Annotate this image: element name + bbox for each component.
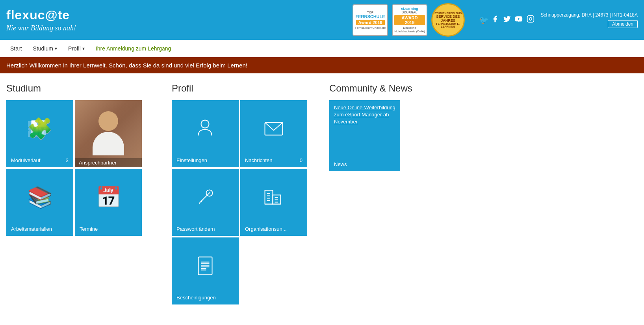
user-info: Schnupperzugang, DHA | 24673 | INT1-0418… — [541, 12, 638, 18]
modulverlauf-icon: 🧩 — [27, 117, 53, 141]
nachrichten-count: 0 — [300, 157, 303, 163]
svg-line-16 — [201, 200, 202, 202]
welcome-banner: Herzlich Willkommen in Ihrer Lernwelt. S… — [0, 57, 644, 73]
award-elearning: eLearning JOURNAL AWARD 2019 Deutsche Ho… — [392, 4, 427, 36]
organisation-label: Organisationsun... — [245, 226, 287, 232]
einstellungen-icon — [195, 118, 216, 140]
studium-section: Studium — [6, 83, 156, 236]
studium-tile-grid: 🧩 Modulverlauf 3 Ansprechpartner — [6, 100, 156, 236]
page-header: flexuc@te Nie war Bildung so nah! TOP FE… — [0, 0, 644, 40]
nachrichten-icon — [263, 118, 285, 140]
facebook-icon[interactable]: 🐦 — [479, 15, 499, 25]
svg-rect-1 — [527, 16, 534, 22]
einstellungen-label: Einstellungen — [176, 157, 207, 163]
studium-title: Studium — [6, 83, 156, 94]
tile-passwort[interactable]: Passwort ändern — [172, 169, 239, 236]
termine-label: Termine — [80, 226, 98, 232]
tile-modulverlauf[interactable]: 🧩 Modulverlauf 3 — [6, 100, 73, 167]
nav-studium[interactable]: Studium — [29, 41, 61, 56]
news-tile[interactable]: Neue Online-Weiterbildung zum eSport Man… — [329, 100, 400, 171]
profil-section: Profil Einstellungen — [172, 83, 314, 304]
youtube-icon[interactable] — [515, 15, 523, 25]
news-label: News — [334, 161, 395, 167]
ansprechpartner-label: Ansprechpartner — [75, 158, 142, 167]
nav-profil[interactable]: Profil — [64, 41, 89, 56]
svg-rect-17 — [265, 190, 273, 204]
passwort-icon — [195, 186, 216, 209]
logout-button[interactable]: Abmelden — [608, 20, 638, 28]
bescheinigungen-icon — [195, 255, 216, 278]
award-service: STUDIENPREIS 2019 SERVICE DES JAHRES FER… — [431, 3, 465, 37]
awards-area: TOP FERNSCHULE Award 2019 FernstudiumChe… — [353, 3, 465, 37]
profil-tile-grid: Einstellungen Nachrichten 0 — [172, 100, 314, 304]
award-fernschule: TOP FERNSCHULE Award 2019 FernstudiumChe… — [353, 4, 388, 36]
tagline: Nie war Bildung so nah! — [6, 24, 76, 32]
organisation-icon — [263, 186, 285, 209]
tile-organisation[interactable]: Organisationsun... — [240, 169, 307, 236]
social-icons: 🐦 — [479, 15, 535, 25]
news-link[interactable]: Neue Online-Weiterbildung zum eSport Man… — [334, 104, 395, 126]
passwort-label: Passwort ändern — [176, 226, 215, 232]
community-section: Community & News Neue Online-Weiterbildu… — [329, 83, 412, 171]
arbeitsmaterialien-label: Arbeitsmaterialien — [11, 226, 52, 232]
tile-arbeitsmaterialien[interactable]: 📚 Arbeitsmaterialien — [6, 169, 73, 236]
svg-rect-27 — [199, 257, 212, 275]
community-title: Community & News — [329, 83, 412, 94]
ansprechpartner-photo — [75, 100, 142, 167]
logo-area: flexuc@te Nie war Bildung so nah! — [6, 8, 76, 32]
twitter-icon[interactable] — [503, 15, 511, 25]
tile-bescheinigungen[interactable]: Bescheinigungen — [172, 237, 239, 304]
svg-point-11 — [201, 120, 209, 128]
termine-icon: 📅 — [96, 185, 121, 209]
modulverlauf-label: Modulverlauf — [11, 157, 40, 163]
profil-title: Profil — [172, 83, 314, 94]
tile-einstellungen[interactable]: Einstellungen — [172, 100, 239, 167]
tile-termine[interactable]: 📅 Termine — [75, 169, 142, 236]
arbeitsmaterialien-icon: 📚 — [27, 185, 53, 209]
tile-nachrichten[interactable]: Nachrichten 0 — [240, 100, 307, 167]
tile-ansprechpartner[interactable]: Ansprechpartner — [75, 100, 142, 167]
nav-start[interactable]: Start — [6, 41, 26, 56]
header-right: Schnupperzugang, DHA | 24673 | INT1-0418… — [541, 12, 638, 28]
modulverlauf-count: 3 — [66, 157, 69, 163]
bescheinigungen-label: Bescheinigungen — [176, 295, 216, 301]
svg-line-15 — [199, 202, 200, 204]
nachrichten-label: Nachrichten — [245, 157, 272, 163]
nav-anmeldung[interactable]: Ihre Anmeldung zum Lehrgang — [92, 41, 175, 56]
main-nav: Start Studium Profil Ihre Anmeldung zum … — [0, 40, 644, 57]
logo: flexuc@te — [6, 8, 76, 22]
instagram-icon[interactable] — [527, 15, 535, 25]
main-content: Studium — [0, 73, 644, 314]
